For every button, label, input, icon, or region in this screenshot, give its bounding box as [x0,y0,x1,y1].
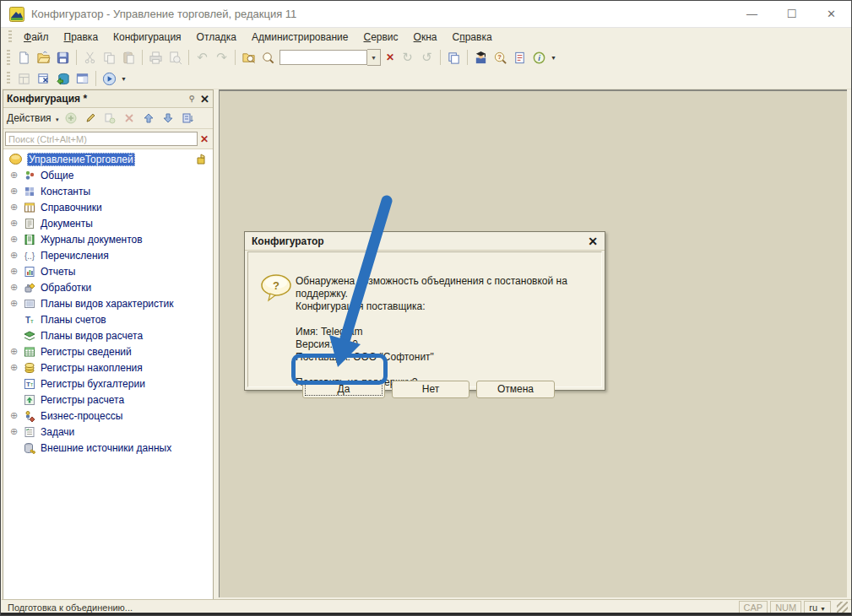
zoom-icon[interactable] [258,48,278,67]
resize-grip[interactable] [837,602,848,613]
expand-icon[interactable]: ⊕ [8,266,19,277]
new-document-icon[interactable] [14,48,34,67]
find-next-icon[interactable]: ↻ [398,48,417,67]
constants-icon [23,186,36,197]
dialog-close-icon[interactable]: ✕ [588,235,598,248]
expand-icon[interactable]: ⊕ [8,282,19,293]
toolbar-separator [235,50,236,65]
menu-configuration[interactable]: Конфигурация [106,29,189,46]
panel-close-icon[interactable]: ✕ [200,93,209,105]
tree-item-documents[interactable]: ⊕ Документы [3,215,213,231]
clear-tree-search-icon[interactable]: ✕ [198,133,211,145]
common-icon [23,170,36,181]
syntax-assistant-icon[interactable] [471,48,491,67]
cancel-button[interactable]: Отмена [476,381,555,398]
tree-item-information-registers[interactable]: ⊕ Регистры сведений [3,343,213,359]
expand-icon[interactable]: ⊕ [8,346,19,357]
edit-icon[interactable] [82,111,99,126]
paste-icon[interactable] [119,48,138,67]
quick-search-input[interactable] [279,50,367,65]
help-search-icon[interactable]: ? [491,48,510,67]
start-debugging-icon[interactable] [100,69,119,88]
tree-item-accounting-registers[interactable]: Tт Регистры бухгалтерии [3,376,213,392]
find-previous-icon[interactable]: ↺ [417,48,437,67]
menu-edit[interactable]: Правка [57,29,106,46]
undo-icon[interactable]: ↶ [193,48,212,67]
close-window-icon[interactable] [34,69,53,88]
find-icon[interactable] [239,48,258,67]
syntax-check-icon[interactable] [510,48,529,67]
expand-icon[interactable]: ⊕ [8,426,19,437]
duplicate-window-icon[interactable] [444,48,464,67]
menu-file[interactable]: Файл [16,29,57,46]
menu-service[interactable]: Сервис [355,29,405,46]
expand-icon[interactable]: ⊕ [8,218,19,229]
menu-windows[interactable]: Окна [406,29,445,46]
cut-icon[interactable] [80,48,100,67]
clone-icon[interactable] [101,111,118,126]
add-icon[interactable] [62,111,79,126]
tree-item-tasks[interactable]: ⊕ Задачи [3,424,213,440]
expand-icon[interactable]: ⊕ [8,170,19,181]
sort-icon[interactable] [179,111,196,126]
print-preview-icon[interactable] [166,48,185,67]
toolbar-separator [95,71,96,86]
tree-item-enumerations[interactable]: ⊕ {..} Перечисления [3,247,213,263]
move-up-icon[interactable] [140,111,157,126]
window-title: Конфигуратор - Управление торговлей, ред… [31,8,296,20]
info-icon[interactable]: i [529,48,549,67]
expand-icon[interactable]: ⊕ [8,362,19,373]
tree-item-reports[interactable]: ⊕ Отчеты [3,263,213,279]
standard-toolbar: ↶ ↷ ▼ ✕ ↻ ↺ ? i ▼ [2,46,851,68]
tree-item-document-journals[interactable]: ⊕ Журналы документов [3,231,213,247]
toolbar-more-icon[interactable]: ▼ [551,55,556,61]
expand-icon[interactable]: ⊕ [8,298,19,309]
calculation-registers-icon [23,394,36,406]
tree-item-charts-of-accounts[interactable]: Tт Планы счетов [3,311,213,327]
tree-item-calculation-registers[interactable]: Регистры расчета [3,392,213,408]
tree-item-business-processes[interactable]: ⊕ Бизнес-процессы [3,408,213,424]
tree-item-common[interactable]: ⊕ Общие [3,167,213,183]
tree-item-calculation-types[interactable]: Планы видов расчета [3,327,213,343]
update-db-config-icon[interactable] [53,69,73,88]
pin-icon[interactable]: ⚲ [187,95,197,103]
clear-search-icon[interactable]: ✕ [383,48,398,67]
search-dropdown-icon[interactable]: ▼ [367,49,381,66]
save-icon[interactable] [53,48,73,67]
tree-item-constants[interactable]: ⊕ Константы [3,183,213,199]
catalogs-icon [23,202,36,213]
print-icon[interactable] [146,48,166,67]
yes-button[interactable]: Да [302,381,385,398]
tree-item-accumulation-registers[interactable]: ⊕ Регистры накопления [3,359,213,376]
expand-icon[interactable]: ⊕ [8,410,19,421]
dialog-title-bar[interactable]: Конфигуратор ✕ [245,232,605,251]
move-down-icon[interactable] [160,111,176,126]
no-button[interactable]: Нет [392,381,469,398]
actions-menu[interactable]: Действия ▾ [7,112,58,124]
configuration-root-icon [9,154,22,165]
tree-item-root[interactable]: УправлениеТорговлей [3,151,213,167]
menu-administration[interactable]: Администрирование [244,29,355,46]
delete-icon[interactable] [121,111,138,126]
tree-item-data-processors[interactable]: ⊕ Обработки [3,279,213,295]
close-button[interactable]: ✕ [811,2,851,27]
menu-help[interactable]: Справка [444,29,499,46]
tree-item-characteristic-types[interactable]: ⊕ Планы видов характеристик [3,295,213,311]
expand-icon[interactable]: ⊕ [8,250,19,261]
quick-search-combobox[interactable]: ▼ [279,49,381,66]
tree-search-input[interactable] [5,132,198,146]
tree-item-external-data-sources[interactable]: Внешние источники данных [3,440,213,456]
copy-icon[interactable] [100,48,119,67]
expand-icon[interactable]: ⊕ [8,234,19,245]
tree-item-catalogs[interactable]: ⊕ Справочники [3,199,213,215]
redo-icon[interactable]: ↷ [212,48,231,67]
windows-icon[interactable] [14,69,34,88]
open-icon[interactable] [34,48,53,67]
minimize-button[interactable]: — [732,2,772,27]
maximize-button[interactable]: ☐ [772,2,811,27]
menu-debug[interactable]: Отладка [189,29,244,46]
debug-dropdown-icon[interactable]: ▼ [121,76,127,82]
expand-icon[interactable]: ⊕ [8,186,19,197]
expand-icon[interactable]: ⊕ [8,202,19,213]
interface-icon[interactable] [73,69,92,88]
